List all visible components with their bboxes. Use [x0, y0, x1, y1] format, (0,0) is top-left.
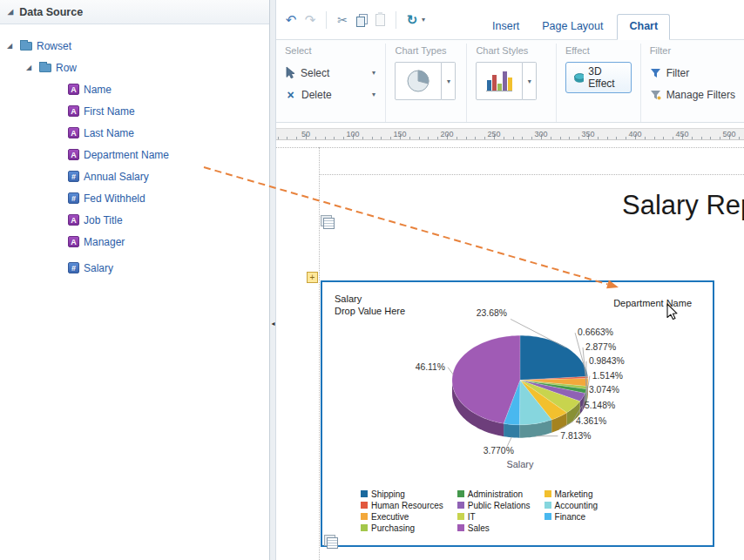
- number-field-icon: #: [68, 262, 79, 273]
- tree-item-label[interactable]: Salary: [84, 262, 113, 274]
- ruler-tick: [325, 137, 326, 139]
- copy-icon[interactable]: [356, 14, 367, 26]
- tree-item-salary[interactable]: #Salary: [0, 257, 269, 279]
- chart-object[interactable]: 23.68%0.6663%2.877%0.9843%1.514%3.074%5.…: [321, 280, 714, 547]
- ruler-tick: [607, 137, 608, 139]
- tree-item-label[interactable]: Row: [56, 62, 77, 74]
- preview-refresh-icon[interactable]: ↻: [402, 13, 422, 26]
- tree-item-row[interactable]: ◢Row: [0, 57, 269, 78]
- legend-swatch: [361, 490, 368, 497]
- effect-3d-button[interactable]: 3D Effect: [565, 62, 632, 93]
- repeating-section-icon[interactable]: [321, 215, 334, 227]
- tree-item-label[interactable]: Department Name: [84, 149, 169, 161]
- pie-percent-label: 7.813%: [560, 431, 591, 441]
- tree-item-label[interactable]: Fed Withheld: [84, 192, 145, 205]
- chart-move-handle[interactable]: +: [307, 272, 318, 283]
- legend-item-administration: Administration: [457, 489, 531, 498]
- ribbon-group-filter: Filter Filter Manage Filters: [640, 44, 744, 122]
- ribbon-group-select: Select Select ▾ × Delete ▾: [276, 44, 385, 122]
- layout-canvas[interactable]: Salary Report + 23.68%0.6663%2.877%0.984…: [276, 140, 744, 560]
- disclosure-icon[interactable]: ◢: [7, 42, 16, 50]
- ruler-number: 100: [346, 130, 359, 138]
- manage-filters-button[interactable]: Manage Filters: [650, 84, 735, 105]
- page-margin-left: [319, 147, 320, 560]
- pie-percent-label: 3.074%: [589, 385, 619, 395]
- pie-chart-type-icon: [405, 68, 431, 94]
- tree-item-job-title[interactable]: AJob Title: [0, 209, 269, 231]
- tree-item-label[interactable]: Annual Salary: [84, 171, 149, 183]
- tree-item-name[interactable]: AName: [0, 78, 269, 100]
- tab-page-layout[interactable]: Page Layout: [533, 15, 612, 40]
- legend-item-purchasing: Purchasing: [361, 523, 443, 532]
- chart-legend: ShippingHuman ResourcesExecutivePurchasi…: [361, 489, 598, 532]
- tree-item-label[interactable]: Last Name: [84, 127, 134, 139]
- tree-item-rowset[interactable]: ◢Rowset: [0, 35, 269, 57]
- tree-item-label[interactable]: Manager: [84, 236, 125, 248]
- legend-swatch: [361, 524, 368, 531]
- tree-item-manager[interactable]: AManager: [0, 231, 269, 253]
- chart-value-drop-zone[interactable]: Salary Drop Value Here: [335, 293, 405, 317]
- ruler-tick: [362, 137, 363, 139]
- preview-dropdown-icon[interactable]: ▾: [422, 16, 425, 24]
- chart-style-dropdown-icon[interactable]: ▾: [523, 62, 537, 100]
- chart-style-picker[interactable]: [476, 62, 523, 100]
- toolbar-separator: [396, 11, 396, 29]
- repeating-section-icon[interactable]: [324, 535, 337, 547]
- ruler-tick: [673, 137, 673, 139]
- tree-item-label[interactable]: Job Title: [84, 214, 123, 226]
- tab-chart[interactable]: Chart: [617, 14, 670, 40]
- disclosure-icon[interactable]: ◢: [26, 64, 35, 71]
- tree-item-first-name[interactable]: AFirst Name: [0, 100, 269, 122]
- ruler-tick: [315, 137, 316, 139]
- toolbar-separator: [326, 11, 327, 29]
- ruler-tick: [531, 137, 532, 139]
- cut-icon[interactable]: ✂: [333, 14, 352, 26]
- tree-item-label[interactable]: Name: [84, 84, 112, 96]
- ruler-tick: [278, 137, 279, 139]
- ribbon: Select Select ▾ × Delete ▾ Chart Types: [276, 40, 744, 123]
- ruler-tick: [522, 137, 523, 139]
- ruler-tick: [720, 137, 720, 139]
- tree-item-annual-salary[interactable]: #Annual Salary: [0, 165, 269, 187]
- text-field-icon: A: [68, 236, 79, 247]
- legend-swatch: [544, 490, 551, 497]
- manage-filters-icon: [650, 90, 661, 100]
- legend-item-human-resources: Human Resources: [361, 501, 443, 509]
- splitter-collapse-handle[interactable]: ◂: [270, 314, 276, 333]
- tree-item-department-name[interactable]: ADepartment Name: [0, 144, 269, 165]
- pie-percent-label: 2.877%: [585, 342, 616, 352]
- data-source-tree: ◢Rowset◢RowANameAFirst NameALast NameADe…: [0, 24, 269, 279]
- select-button[interactable]: Select ▾: [285, 62, 375, 84]
- legend-label: Public Relations: [468, 501, 531, 510]
- page-boundary-top: [276, 147, 744, 148]
- tree-item-last-name[interactable]: ALast Name: [0, 122, 269, 144]
- ruler-tick: [437, 137, 438, 139]
- undo-icon[interactable]: ↶: [281, 13, 301, 26]
- tree-item-fed-withheld[interactable]: #Fed Withheld: [0, 187, 269, 209]
- pie-percent-label: 4.361%: [576, 416, 606, 426]
- pie-slice-side-finance: [504, 423, 519, 437]
- tree-item-label[interactable]: Rowset: [37, 40, 71, 52]
- delete-button[interactable]: × Delete ▾: [285, 84, 375, 105]
- panel-disclosure-icon[interactable]: ◢: [8, 8, 13, 16]
- tree-item-label[interactable]: First Name: [84, 105, 135, 118]
- tab-insert[interactable]: Insert: [484, 15, 528, 40]
- ruler-number: 450: [675, 130, 688, 138]
- report-title-text[interactable]: Salary Report: [622, 190, 744, 221]
- chart-type-dropdown-icon[interactable]: ▾: [442, 62, 456, 100]
- ruler-tick: [419, 137, 420, 139]
- delete-dropdown-icon[interactable]: ▾: [372, 91, 375, 98]
- top-toolbar: ↶ ↷ ✂ ↻ ▾ InsertPage LayoutChart: [276, 0, 744, 40]
- chart-type-picker[interactable]: [395, 62, 442, 100]
- ruler-tick: [560, 137, 561, 139]
- chart-series-field-label[interactable]: Department Name: [613, 298, 692, 308]
- legend-item-executive: Executive: [361, 512, 443, 521]
- ruler-tick: [645, 137, 646, 139]
- group-title: Chart Types: [395, 45, 457, 56]
- panel-splitter[interactable]: [270, 0, 276, 560]
- text-field-icon: A: [68, 149, 79, 160]
- legend-item-marketing: Marketing: [544, 489, 598, 498]
- legend-label: Accounting: [555, 501, 598, 510]
- select-dropdown-icon[interactable]: ▾: [372, 69, 375, 77]
- filter-button[interactable]: Filter: [650, 62, 735, 84]
